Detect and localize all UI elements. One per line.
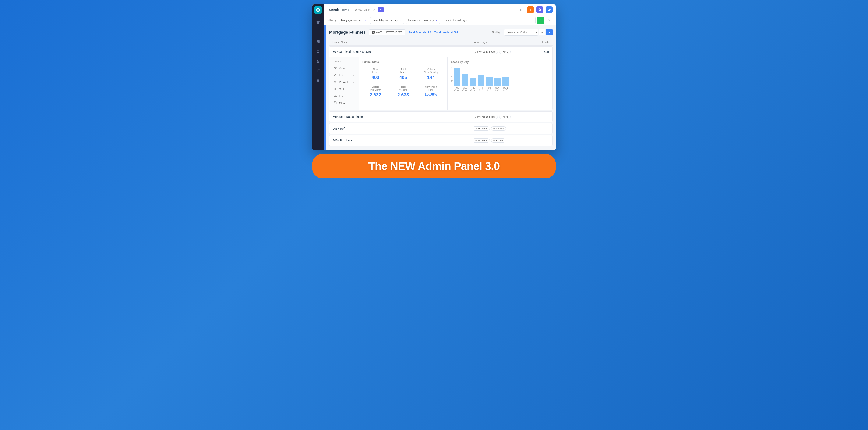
funnel-row-header-4[interactable]: 203k Purchase 203K Loans Purchase xyxy=(329,135,552,145)
stat-total-visitors: TotalVisitors 2,633 xyxy=(390,84,416,100)
banner-text: The NEW Admin Panel 3.0 xyxy=(325,160,543,172)
sort-controls: Number of Visitors ▲ ▼ xyxy=(504,29,553,36)
promote-icon xyxy=(334,80,337,84)
y-label-10: 10 xyxy=(451,80,453,82)
page-content: Mortgage Funnels ▶ WATCH HOW-TO VIDEO To… xyxy=(326,25,556,151)
sidebar xyxy=(312,4,324,151)
stat-new-leads: NewLeads 403 xyxy=(362,66,389,82)
clear-filter-button[interactable]: ✕ xyxy=(546,17,553,24)
funnel-row: 30 Year Fixed Rates Website Conventional… xyxy=(329,46,553,110)
visitors-since-sunday-label: VisitorsSince Sunday xyxy=(420,68,442,74)
funnel-tag: Hybrid xyxy=(499,114,510,119)
filter-has-tags[interactable]: Has Any of These Tags ▼ xyxy=(406,17,440,24)
promote-label: Promote xyxy=(339,80,349,84)
bar-wed-rect xyxy=(462,74,468,86)
col-header-funnel-name: Funnel Name xyxy=(333,41,473,44)
bar-thu: THU1/21/21 xyxy=(470,78,476,92)
funnel-stats-panel: Funnel Stats NewLeads 403 TotalLeads 405 xyxy=(359,57,447,110)
conversion-rate-label: ConversionRate xyxy=(420,86,442,92)
total-leads-label: TotalLeads xyxy=(392,68,414,74)
user-avatar[interactable]: LD xyxy=(546,6,553,13)
total-visitors-label: TotalVisitors xyxy=(392,86,414,92)
promote-arrow: › xyxy=(353,81,354,83)
sort-asc-button[interactable]: ▲ xyxy=(539,29,545,35)
page-header: Mortgage Funnels ▶ WATCH HOW-TO VIDEO To… xyxy=(329,29,553,36)
leads-chart-area: Leads by Day 25 20 15 10 5 0 xyxy=(447,57,552,110)
y-label-25: 25 xyxy=(451,66,453,68)
filter-mortgage-funnels[interactable]: Mortgage Funnels ▼ xyxy=(339,17,369,24)
visitors-since-sunday-value: 144 xyxy=(420,75,442,80)
y-label-0: 0 xyxy=(451,89,453,92)
sidebar-item-funnels[interactable] xyxy=(314,28,322,36)
total-leads-stat: Total Leads: 4,699 xyxy=(434,31,458,34)
bar-mon: MON1/25/21 xyxy=(502,77,508,92)
clone-action[interactable]: Clone xyxy=(333,100,355,106)
view-action[interactable]: View xyxy=(333,65,355,72)
sidebar-item-layers[interactable] xyxy=(314,76,322,85)
stat-conversion-rate: ConversionRate 15.38% xyxy=(418,84,444,100)
clone-label: Clone xyxy=(339,101,346,105)
sidebar-logo[interactable] xyxy=(314,6,322,14)
visitors-this-month-value: 2,632 xyxy=(364,92,387,98)
promote-action[interactable]: Promote › xyxy=(333,78,355,86)
sort-select-dropdown[interactable]: Number of Visitors xyxy=(504,29,538,36)
bar-fri-label: FRI1/22/21 xyxy=(478,87,485,92)
sidebar-item-launch[interactable] xyxy=(314,18,322,27)
sidebar-item-leads[interactable] xyxy=(314,47,322,56)
bar-thu-rect xyxy=(470,78,476,86)
settings-button[interactable] xyxy=(536,6,543,13)
sidebar-item-share[interactable] xyxy=(314,67,322,75)
bar-sat-label: SAT1/23/21 xyxy=(486,87,493,92)
funnel-row-header-3[interactable]: 203k Refi 203K Loans Refinance xyxy=(329,124,552,134)
bar-sun-label: SUN1/24/21 xyxy=(494,87,501,92)
y-label-20: 20 xyxy=(451,71,453,73)
filter3-arrow: ▼ xyxy=(435,19,438,22)
topbar-title: Funnels Home xyxy=(328,8,349,11)
bar-thu-label: THU1/21/21 xyxy=(470,87,476,92)
filter1-arrow: ▼ xyxy=(364,19,366,22)
filter-by-label: Filter by: xyxy=(328,19,337,22)
funnel-tag: Conventional Loans xyxy=(473,114,498,119)
funnel-tag: Conventional Loans xyxy=(473,49,498,54)
add-button[interactable] xyxy=(527,6,534,13)
funnel-tag: 203K Loans xyxy=(473,127,490,131)
content-area: Mortgage Funnels ▶ WATCH HOW-TO VIDEO To… xyxy=(324,25,556,151)
bar-sun-rect xyxy=(494,78,501,86)
total-visitors-value: 2,633 xyxy=(392,92,414,98)
visitors-this-month-label: VisitorsThis Month xyxy=(364,86,387,92)
funnel-expanded-1: Options View xyxy=(329,57,552,110)
funnel-tag: Hybrid xyxy=(499,49,510,54)
funnel-tags-4: 203K Loans Purchase xyxy=(473,138,532,142)
funnel-dropdown-arrow[interactable]: ▼ xyxy=(378,7,383,12)
select-funnel-dropdown[interactable]: Select Funnel xyxy=(352,7,375,12)
leads-action[interactable]: Leads xyxy=(333,93,355,100)
funnel-row-4: 203k Purchase 203K Loans Purchase xyxy=(329,135,553,146)
sidebar-item-pages[interactable] xyxy=(314,57,322,65)
search-button[interactable] xyxy=(537,17,545,24)
bar-sat: SAT1/23/21 xyxy=(486,77,493,92)
blue-strip xyxy=(324,25,326,151)
bar-mon-rect xyxy=(502,77,508,86)
stats-action[interactable]: Stats xyxy=(333,86,355,93)
leads-label: Leads xyxy=(339,95,346,98)
chart-title: Leads by Day xyxy=(451,60,549,64)
video-icon: ▶ xyxy=(372,31,375,34)
watch-video-button[interactable]: ▶ WATCH HOW-TO VIDEO xyxy=(369,29,405,35)
funnel-row-3: 203k Refi 203K Loans Refinance xyxy=(329,123,553,134)
filter-funnel-tags[interactable]: Search by Funnel Tags ▼ xyxy=(370,17,404,24)
bar-wed-label: WED1/20/21 xyxy=(462,87,468,92)
leads-icon xyxy=(334,94,337,98)
funnel-row-header-1[interactable]: 30 Year Fixed Rates Website Conventional… xyxy=(329,46,552,57)
sidebar-item-integrations[interactable] xyxy=(314,37,322,46)
funnel-tag: 203K Loans xyxy=(473,138,490,142)
chart-icon-btn[interactable] xyxy=(518,6,525,13)
bar-tue-label: TUE1/19/21 xyxy=(454,87,460,92)
funnel-actions-panel: Options View xyxy=(329,57,359,110)
tag-search-input[interactable] xyxy=(442,17,535,24)
bar-wed: WED1/20/21 xyxy=(462,74,468,92)
sort-desc-button[interactable]: ▼ xyxy=(546,29,553,35)
funnel-name-1: 30 Year Fixed Rates Website xyxy=(333,50,473,54)
edit-action[interactable]: Edit › xyxy=(333,72,355,78)
funnel-row-header-2[interactable]: Mortgage Rates Finder Conventional Loans… xyxy=(329,112,552,122)
bar-chart: TUE1/19/21 WED1/20/21 THU1 xyxy=(454,66,508,92)
